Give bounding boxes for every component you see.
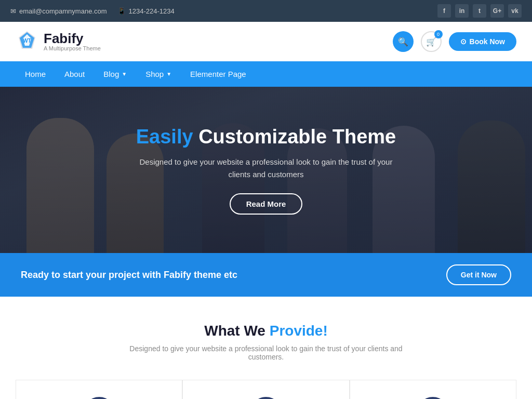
linkedin-icon[interactable]: in xyxy=(455,4,469,18)
social-links: f in t G+ vk xyxy=(437,4,522,18)
book-now-button[interactable]: ⊙ Book Now xyxy=(449,32,516,51)
services-section: What We Provide! Designed to give your w… xyxy=(0,297,532,399)
nav-home[interactable]: Home xyxy=(16,61,55,87)
hero-title-rest: Customizable Theme xyxy=(193,126,396,148)
cart-badge: 0 xyxy=(434,30,443,38)
blog-dropdown-arrow: ▼ xyxy=(122,71,127,77)
nav-about[interactable]: About xyxy=(55,61,94,87)
cart-button[interactable]: 🛒 0 xyxy=(421,31,442,52)
logo-name: Fabify xyxy=(44,32,101,45)
twitter-icon[interactable]: t xyxy=(473,4,486,18)
googleplus-icon[interactable]: G+ xyxy=(490,4,504,18)
section-title-plain: What We xyxy=(204,323,269,339)
nav-elementer[interactable]: Elementer Page xyxy=(181,61,256,87)
cart-icon: 🛒 xyxy=(426,37,436,47)
search-button[interactable]: 🔍 xyxy=(393,31,414,52)
nav-home-label: Home xyxy=(25,70,46,78)
top-bar: ✉ email@compamnymane.com 📱 1234-224-1234… xyxy=(0,0,532,22)
nav-blog-label: Blog xyxy=(103,70,119,78)
service-card-3: 💎 Awesome Design Lorem ipsum dolor sit a… xyxy=(350,380,516,399)
nav-about-label: About xyxy=(64,70,85,78)
section-subtitle: Designed to give your website a professi… xyxy=(126,344,406,361)
section-header: What We Provide! Designed to give your w… xyxy=(16,323,516,361)
email-text: email@compamnymane.com xyxy=(19,7,107,15)
email-info: ✉ email@compamnymane.com xyxy=(10,7,107,15)
header-actions: 🔍 🛒 0 ⊙ Book Now xyxy=(393,31,516,52)
email-icon: ✉ xyxy=(10,7,16,15)
hero-content: Easily Customizable Theme Designed to gi… xyxy=(121,115,411,225)
get-it-now-button[interactable]: Get it Now xyxy=(446,264,511,285)
service-card-2: 🛒 WooCommerce Ready 100% compatible with… xyxy=(182,380,349,399)
service-icon-2: 🛒 xyxy=(249,397,283,399)
section-title-highlight: Provide! xyxy=(270,323,328,339)
facebook-icon[interactable]: f xyxy=(437,4,451,18)
book-icon: ⊙ xyxy=(460,37,467,46)
logo[interactable]: WT Fabify A Multipurpose Theme xyxy=(16,29,101,54)
phone-info: 📱 1234-224-1234 xyxy=(117,7,175,15)
hero-section: Easily Customizable Theme Designed to gi… xyxy=(0,87,532,253)
svg-text:WT: WT xyxy=(23,38,31,44)
search-icon: 🔍 xyxy=(398,37,408,47)
hero-title-highlight: Easily xyxy=(136,126,193,148)
top-bar-contact: ✉ email@compamnymane.com 📱 1234-224-1234 xyxy=(10,7,175,15)
services-grid: 📄 Easy Customizable Customize everything… xyxy=(16,380,516,399)
book-label: Book Now xyxy=(470,37,505,46)
logo-text-group: Fabify A Multipurpose Theme xyxy=(44,32,101,51)
phone-text: 1234-224-1234 xyxy=(129,7,175,15)
service-icon-3: 💎 xyxy=(416,397,449,399)
hero-title: Easily Customizable Theme xyxy=(131,125,401,149)
shop-dropdown-arrow: ▼ xyxy=(166,71,171,77)
main-nav: Home About Blog ▼ Shop ▼ Elementer Page xyxy=(0,61,532,87)
read-more-button[interactable]: Read More xyxy=(230,193,303,215)
logo-icon: WT xyxy=(16,29,38,54)
nav-shop[interactable]: Shop ▼ xyxy=(136,61,181,87)
logo-subtitle: A Multipurpose Theme xyxy=(44,45,101,51)
vk-icon[interactable]: vk xyxy=(508,4,522,18)
cta-text: Ready to start your project with Fabify … xyxy=(21,270,237,281)
cta-banner: Ready to start your project with Fabify … xyxy=(0,253,532,297)
site-header: WT Fabify A Multipurpose Theme 🔍 🛒 0 ⊙ B… xyxy=(0,22,532,61)
phone-icon: 📱 xyxy=(117,7,126,15)
section-title: What We Provide! xyxy=(16,323,516,339)
service-icon-1: 📄 xyxy=(83,397,116,399)
nav-elementer-label: Elementer Page xyxy=(190,70,246,78)
nav-shop-label: Shop xyxy=(145,70,164,78)
service-card-1: 📄 Easy Customizable Customize everything… xyxy=(16,380,182,399)
nav-blog[interactable]: Blog ▼ xyxy=(94,61,136,87)
hero-subtitle: Designed to give your website a professi… xyxy=(131,156,401,181)
